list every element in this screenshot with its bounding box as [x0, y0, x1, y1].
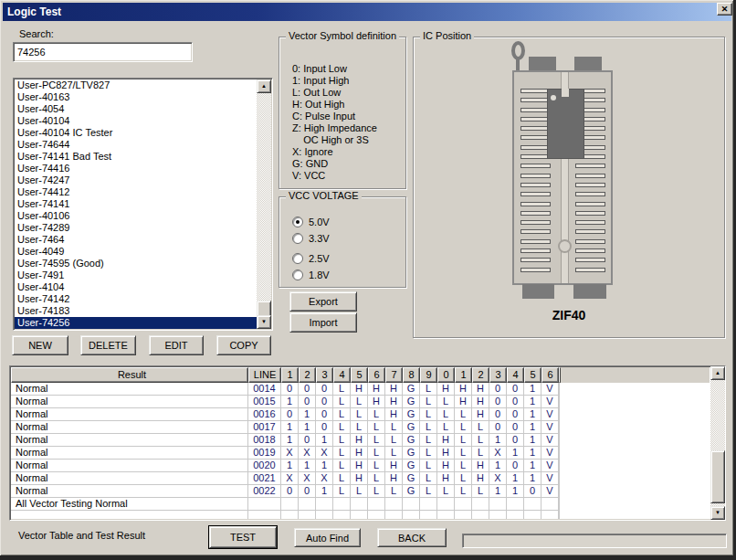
cell-pin	[472, 498, 489, 511]
list-item[interactable]: User-40104 IC Tester	[15, 127, 257, 139]
cell-result: Normal	[11, 485, 248, 498]
scroll-down-icon[interactable]: ▼	[257, 315, 271, 329]
column-header-pin[interactable]: 2	[299, 367, 316, 383]
back-button[interactable]: BACK	[377, 528, 447, 547]
list-item[interactable]: User-74247	[15, 174, 257, 186]
table-row[interactable]: Normal 0020 1 1 1 L H L H G L H L H 1 0	[11, 460, 710, 472]
column-header-line[interactable]: LINE	[248, 367, 281, 383]
cell-pin: G	[403, 421, 420, 434]
list-item[interactable]: User-74416	[15, 163, 257, 174]
column-header-pin[interactable]: 5	[524, 367, 541, 383]
cell-pin: L	[472, 485, 489, 498]
radio-icon[interactable]	[292, 217, 303, 227]
table-row[interactable]: Normal 0015 1 0 0 L L H H G L L H H 0 0	[11, 396, 710, 408]
cell-pin	[455, 498, 472, 511]
radio-icon[interactable]	[292, 233, 303, 244]
table-scrollbar[interactable]: ▲ ▼	[710, 366, 725, 520]
column-header-pin[interactable]: 6	[368, 367, 385, 383]
table-row[interactable]: Normal 0021 X X X L H L H G L H L H X 1	[11, 472, 710, 485]
table-scroll-thumb[interactable]	[710, 450, 725, 503]
list-item[interactable]: User-74256	[15, 317, 257, 329]
column-header-pin[interactable]: 3	[489, 367, 507, 383]
list-item[interactable]: User-4104	[15, 281, 257, 293]
table-row[interactable]: Normal 0016 0 1 0 L L L H G L L L H 0 0	[11, 408, 710, 421]
list-item[interactable]: User-74183	[15, 305, 257, 317]
list-item[interactable]: User-74142	[15, 293, 257, 305]
cell-pin	[385, 498, 403, 511]
export-button[interactable]: Export	[289, 291, 357, 312]
close-icon[interactable]: ✕	[717, 3, 732, 16]
logic-test-dialog: Logic Test ✕ Search: User-PC827/LTV827 U…	[0, 0, 736, 560]
cell-pin: L	[351, 396, 368, 408]
list-item[interactable]: User-PC827/LTV827	[15, 79, 257, 91]
cell-pin	[351, 511, 368, 519]
scroll-down-icon[interactable]: ▼	[710, 506, 725, 520]
column-header-pin[interactable]: 6	[541, 367, 559, 383]
cell-pin: 0	[299, 396, 316, 408]
radio-icon[interactable]	[292, 253, 303, 264]
search-input[interactable]	[13, 42, 193, 62]
table-row[interactable]: Normal 0018 1 0 1 L H L L G L H L L 1 0	[11, 434, 710, 447]
delete-button[interactable]: DELETE	[80, 335, 136, 355]
new-button[interactable]: NEW	[12, 335, 68, 355]
list-item[interactable]: User-74644	[15, 139, 257, 151]
column-header-pin[interactable]: 5	[351, 367, 368, 383]
column-header-pin[interactable]: 4	[333, 367, 351, 383]
socket-pin	[520, 183, 551, 187]
cell-pin: H	[385, 383, 403, 396]
import-button[interactable]: Import	[289, 312, 357, 333]
column-header-pin[interactable]: 0	[437, 367, 455, 383]
radio-icon[interactable]	[292, 269, 303, 280]
cell-pin: 0	[507, 383, 524, 396]
table-row[interactable]: Normal 0019 X X X L H L L G L H L L X 1	[11, 447, 710, 460]
column-header-pin[interactable]: 1	[455, 367, 472, 383]
table-row[interactable]: Normal 0014 0 0 0 L H H H G L H H H 0 0	[11, 383, 710, 396]
edit-button[interactable]: EDIT	[149, 335, 204, 355]
column-header-pin[interactable]: 9	[420, 367, 437, 383]
socket-pin	[575, 183, 605, 187]
column-header-pin[interactable]: 8	[403, 367, 420, 383]
cell-pin: 0	[489, 421, 507, 434]
column-header-pin[interactable]: 3	[316, 367, 333, 383]
socket-pin	[520, 229, 551, 234]
list-item[interactable]: User-7464	[15, 234, 257, 246]
radio-1v8[interactable]: 1.8V	[292, 267, 405, 283]
table-row[interactable]: Normal 0017 1 1 0 L L L L G L L L L 0 0	[11, 421, 710, 434]
list-item[interactable]: User-40106	[15, 210, 257, 222]
cell-line	[248, 498, 281, 511]
copy-button[interactable]: COPY	[216, 335, 271, 355]
column-header-filler	[559, 367, 561, 383]
list-item[interactable]: User-74412	[15, 186, 257, 198]
column-header-result[interactable]: Result	[11, 367, 248, 383]
list-item-label: User-40106	[17, 210, 69, 221]
list-item[interactable]: User-4049	[15, 246, 257, 258]
list-item[interactable]: User-74595 (Good)	[15, 258, 257, 269]
list-item[interactable]: User-74141 Bad Test	[15, 151, 257, 163]
list-item[interactable]: User-4054	[15, 103, 257, 115]
list-item[interactable]: User-74289	[15, 222, 257, 234]
list-item[interactable]: User-7491	[15, 269, 257, 281]
table-summary-row[interactable]: All Vector Testing Normal	[11, 498, 710, 511]
column-header-pin[interactable]: 2	[472, 367, 489, 383]
column-header-pin[interactable]: 7	[385, 367, 403, 383]
list-scrollbar[interactable]: ▲ ▼	[257, 79, 271, 329]
list-item-label: User-74142	[17, 293, 69, 304]
list-item[interactable]: User-40104	[15, 115, 257, 127]
auto-find-button[interactable]: Auto Find	[294, 528, 361, 547]
list-item[interactable]: User-40163	[15, 91, 257, 103]
cell-pin	[299, 511, 316, 519]
radio-2v5[interactable]: 2.5V	[292, 250, 405, 267]
column-header-pin[interactable]: 1	[281, 367, 299, 383]
scroll-up-icon[interactable]: ▲	[710, 366, 725, 380]
cell-pin	[281, 511, 299, 519]
cell-pin: L	[368, 421, 385, 434]
zif-lever-icon	[511, 41, 525, 60]
radio-5v[interactable]: 5.0V	[292, 214, 405, 230]
radio-3v3[interactable]: 3.3V	[292, 230, 405, 247]
scroll-up-icon[interactable]: ▲	[257, 79, 271, 93]
cell-pin: V	[541, 434, 559, 447]
table-row[interactable]: Normal 0022 0 0 1 L L L L G L L L L 1 1	[11, 485, 710, 498]
list-item[interactable]: User-74141	[15, 198, 257, 210]
column-header-pin[interactable]: 4	[507, 367, 524, 383]
test-button[interactable]: TEST	[209, 526, 277, 548]
